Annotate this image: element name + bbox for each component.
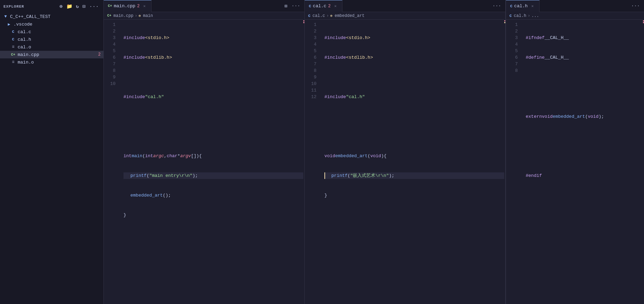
breadcrumb-1: C+ main.cpp › ⊕ main [104,12,304,20]
line-1-8: printf("main entry\r\n"); [123,172,304,179]
line-numbers-2: 12345 678910 1112 [305,20,319,273]
line-3-6 [526,133,644,140]
bc2-file[interactable]: cal.c [313,13,325,18]
new-folder-btn[interactable]: 📁 [65,3,74,10]
tab-calc-close[interactable]: ✕ [333,4,338,8]
calc-label: cal.c [18,29,101,35]
line-numbers-1: 12345 678910 [104,20,118,233]
bc1-cpp-icon: C+ [107,14,111,18]
line-1-4: #include "cal.h" [123,94,304,100]
c-file-icon: C [10,30,16,34]
tab-calc-badge: 2 [328,4,331,9]
bc1-file[interactable]: main.cpp [113,13,134,18]
sidebar-item-maincpp[interactable]: C+ main.cpp 2 [0,51,103,58]
line-2-1: #include <stdio.h> [324,35,505,41]
line-2-10 [324,212,505,218]
calh-label: cal.h [18,37,101,42]
collapse-btn[interactable]: ⊟ [82,3,87,10]
editor-pane-2: C cal.c 2 ✕ ··· C cal.c › ⊕ embedded_art [305,0,505,304]
line-3-7 [526,153,644,159]
line-3-3 [526,74,644,80]
sidebar-title: EXPLORER [3,4,24,9]
code-editor-3[interactable]: 12345 678 #ifndef __CAL_H__ #define __CA… [506,20,644,304]
bc2-c-icon: C [308,14,311,18]
vscode-label: .vscode [13,22,101,27]
cpp-file-icon: C+ [10,53,16,57]
tab-calh-icon: C [510,4,513,8]
sidebar-item-vscode[interactable]: ▶ .vscode [0,20,103,28]
sidebar-header-actions: ⊕ 📁 ↻ ⊟ ··· [58,3,100,10]
tab-maincpp-badge: 2 [137,4,139,9]
editor-pane-1: C+ main.cpp 2 ✕ ⊞ ··· C+ main.cpp › ⊕ ma… [104,0,304,304]
bc2-sep: › [326,13,329,18]
tab-maincpp[interactable]: C+ main.cpp 2 ✕ [104,0,151,12]
maincpp-label: main.cpp [18,52,95,57]
tab-calh-close[interactable]: ✕ [530,4,535,8]
tab-calc-icon: C [309,4,311,8]
line-1-1: #include <stdio.h> [123,35,304,41]
bc3-more[interactable]: ... [532,13,539,18]
editor-pane-3: C cal.h ✕ ··· C cal.h › ... 12345 [506,0,644,304]
tab-bar-1: C+ main.cpp 2 ✕ ⊞ ··· [104,0,304,12]
line-1-5 [123,113,304,120]
tab-maincpp-close[interactable]: ✕ [142,4,147,8]
line-2-3 [324,74,505,80]
tab-maincpp-icon: C+ [108,4,112,8]
maino-label: main.o [18,60,101,65]
line-2-7: void embedded_art(void) { [324,153,505,159]
tab-bar3-more-btn[interactable]: ··· [630,2,641,9]
line-2-11 [324,231,505,238]
new-file-btn[interactable]: ⊕ [58,3,64,10]
project-label: C_C++_CALL_TEST [10,14,101,19]
bc3-c-icon: C [509,14,512,18]
bc1-func[interactable]: main [143,13,153,18]
refresh-btn[interactable]: ↻ [75,3,80,10]
tab-calc[interactable]: C cal.c 2 ✕ [305,0,342,12]
sidebar-item-calh[interactable]: C cal.h [0,36,103,43]
bc3-file[interactable]: cal.h [514,13,526,18]
tab-maincpp-label: main.cpp [114,3,135,9]
line-2-9: } [324,192,505,199]
tab-bar-2: C cal.c 2 ✕ ··· [305,0,505,12]
tab-calh[interactable]: C cal.h ✕ [506,0,540,12]
line-2-5 [324,113,505,120]
line-2-4: #include "cal.h" [324,94,505,100]
sidebar-item-project[interactable]: ▼ C_C++_CALL_TEST [0,13,103,20]
tab-bar2-more-btn[interactable]: ··· [491,2,503,9]
editor-area: C+ main.cpp 2 ✕ ⊞ ··· C+ main.cpp › ⊕ ma… [104,0,644,304]
bc1-sep: › [135,13,137,18]
bc2-func[interactable]: embedded_art [334,13,364,18]
chevron-right-icon: ▶ [6,22,12,27]
more-btn[interactable]: ··· [88,3,100,10]
line-2-6 [324,133,505,140]
o-file-icon: ≡ [10,45,16,49]
maino-file-icon: ≡ [10,60,16,65]
code-lines-2[interactable]: #include <stdio.h> #include <stdlib.h> #… [319,20,505,273]
line-1-2: #include <stdlib.h> [123,54,304,61]
breadcrumb-2: C cal.c › ⊕ embedded_art [305,12,505,20]
line-3-4 [526,94,644,100]
sidebar-item-calc[interactable]: C cal.c [0,28,103,36]
line-3-2: #define __CAL_H__ [526,54,644,61]
split-editor-btn[interactable]: ⊞ [283,2,288,10]
tab-bar-1-actions: ⊞ ··· [283,2,304,10]
editor-panes: C+ main.cpp 2 ✕ ⊞ ··· C+ main.cpp › ⊕ ma… [104,0,644,304]
code-editor-2[interactable]: 12345 678910 1112 #include <stdio.h> #in… [305,20,505,304]
line-1-7: int main(int argc, char* argv[]) { [123,153,304,159]
maincpp-badge: 2 [95,52,101,57]
code-editor-1[interactable]: 12345 678910 #include <stdio.h> #include… [104,20,304,304]
bc1-func-icon: ⊕ [139,13,141,18]
code-lines-3[interactable]: #ifndef __CAL_H__ #define __CAL_H__ exte… [521,20,644,194]
sidebar-item-calo[interactable]: ≡ cal.o [0,43,103,51]
code-lines-1[interactable]: #include <stdio.h> #include <stdlib.h> #… [118,20,304,233]
sidebar-item-maino[interactable]: ≡ main.o [0,58,103,66]
line-2-8: printf("嵌入式艺术\r\n"); [324,172,505,179]
tab-bar-more-btn[interactable]: ··· [290,2,302,9]
line-numbers-3: 12345 678 [506,20,521,194]
line-3-5: extern void embedded_art(void); [526,113,644,120]
line-1-9: embedded_art(); [123,192,304,199]
calo-label: cal.o [18,45,101,50]
line-3-1: #ifndef __CAL_H__ [526,35,644,41]
line-2-12 [324,251,505,258]
line-1-10: } [123,212,304,218]
